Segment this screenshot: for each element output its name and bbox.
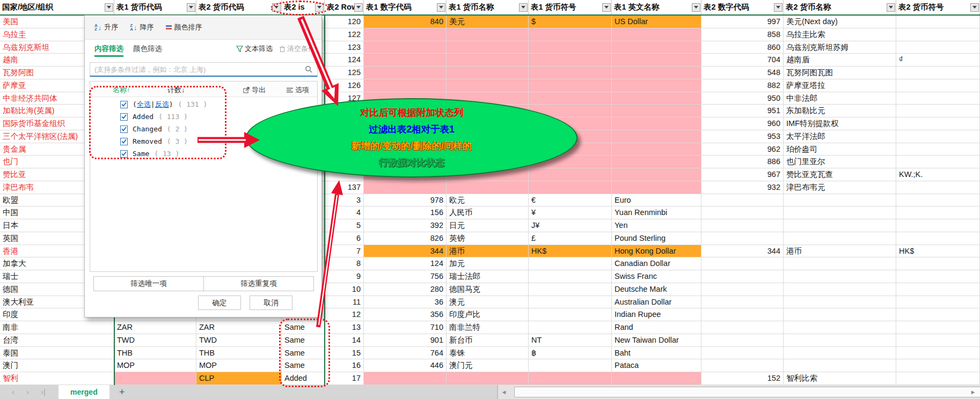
select-all-link[interactable]: 全选 <box>137 100 151 108</box>
cell-k[interactable]: 港币 <box>784 245 896 258</box>
filter-dropdown-button-i[interactable] <box>692 3 700 12</box>
ok-button[interactable]: 确定 <box>198 295 241 310</box>
cell-f[interactable]: 156 <box>364 206 447 219</box>
cell-k[interactable] <box>784 321 896 334</box>
cell-i[interactable]: Pataca <box>612 359 701 372</box>
cell-l[interactable] <box>896 194 980 207</box>
cell-l[interactable] <box>896 283 980 296</box>
cell-k[interactable]: 越南盾 <box>784 54 896 66</box>
cell-i[interactable] <box>612 79 701 92</box>
cell-h[interactable] <box>529 359 612 372</box>
cell-j[interactable] <box>701 308 784 321</box>
filter-search-input[interactable] <box>90 65 305 73</box>
cell-i[interactable] <box>612 66 701 79</box>
cell-h[interactable]: € <box>529 194 612 207</box>
cell-j[interactable] <box>701 321 784 334</box>
cell-h[interactable]: J¥ <box>529 219 612 232</box>
cell-g[interactable] <box>447 66 529 79</box>
cell-b[interactable] <box>114 372 196 385</box>
cell-j[interactable] <box>701 296 784 309</box>
cell-l[interactable] <box>896 105 980 117</box>
cell-k[interactable]: IMF特别提款权 <box>784 117 896 130</box>
cell-e[interactable]: 13 <box>325 321 364 334</box>
cell-f[interactable] <box>364 28 447 41</box>
cell-f[interactable]: 978 <box>364 194 447 207</box>
cell-e[interactable]: 15 <box>325 347 364 360</box>
cell-k[interactable] <box>784 206 896 219</box>
cell-e[interactable]: 8 <box>325 257 364 270</box>
cell-l[interactable] <box>896 372 980 385</box>
filter-dropdown-button-l[interactable] <box>970 3 979 12</box>
cell-k[interactable]: 瓦努阿图瓦图 <box>784 66 896 79</box>
cell-l[interactable] <box>896 66 980 79</box>
cell-f[interactable]: 826 <box>364 232 447 245</box>
cell-l[interactable] <box>896 117 980 130</box>
cell-e[interactable]: 5 <box>325 219 364 232</box>
cell-l[interactable] <box>896 206 980 219</box>
cell-l[interactable] <box>896 270 980 283</box>
cell-n[interactable]: 泰国 <box>0 347 114 360</box>
cell-f[interactable] <box>364 41 447 54</box>
cell-f[interactable]: 280 <box>364 283 447 296</box>
cell-h[interactable]: ฿ <box>529 347 612 360</box>
cell-k[interactable]: 中非法郎 <box>784 92 896 105</box>
cell-f[interactable]: 124 <box>364 257 447 270</box>
cell-g[interactable] <box>447 372 529 385</box>
cell-c[interactable]: CLP <box>196 372 282 385</box>
cell-i[interactable]: Yen <box>612 219 701 232</box>
cell-l[interactable]: KW.;K. <box>896 168 980 181</box>
cell-g[interactable] <box>447 54 529 66</box>
cell-j[interactable] <box>701 359 784 372</box>
cell-i[interactable]: Canadian Dollar <box>612 257 701 270</box>
cell-k[interactable]: 津巴布韦元 <box>784 181 896 194</box>
cell-n[interactable]: 台湾 <box>0 334 114 347</box>
cell-l[interactable] <box>896 359 980 372</box>
cell-i[interactable]: US Dollar <box>612 16 701 28</box>
cell-e[interactable]: 9 <box>325 270 364 283</box>
cell-e[interactable]: 7 <box>325 245 364 258</box>
cell-h[interactable] <box>529 168 612 181</box>
cell-l[interactable] <box>896 16 980 28</box>
cell-l[interactable] <box>896 79 980 92</box>
cell-l[interactable] <box>896 181 980 194</box>
cell-f[interactable]: 901 <box>364 334 447 347</box>
cell-i[interactable]: Hong Kong Dollar <box>612 245 701 258</box>
cell-l[interactable] <box>896 232 980 245</box>
cell-l[interactable]: HK$ <box>896 245 980 258</box>
cell-h[interactable] <box>529 270 612 283</box>
tab-content-filter[interactable]: 内容筛选 <box>94 40 123 58</box>
cell-h[interactable]: $ <box>529 16 612 28</box>
cell-i[interactable]: Deutsche Mark <box>612 283 701 296</box>
cell-l[interactable]: ₫ <box>896 54 980 66</box>
cell-j[interactable]: 860 <box>701 41 784 54</box>
cell-f[interactable] <box>364 181 447 194</box>
cell-k[interactable]: 智利比索 <box>784 372 896 385</box>
cell-l[interactable] <box>896 143 980 156</box>
cell-e[interactable]: 120 <box>325 16 364 28</box>
cell-f[interactable]: 840 <box>364 16 447 28</box>
cell-n[interactable]: 澳门 <box>0 359 114 372</box>
cell-e[interactable]: 123 <box>325 41 364 54</box>
cell-g[interactable] <box>447 41 529 54</box>
filter-dropdown-button-j[interactable] <box>774 3 782 12</box>
cell-f[interactable]: 344 <box>364 245 447 258</box>
cell-j[interactable]: 152 <box>701 372 784 385</box>
cell-j[interactable]: 548 <box>701 66 784 79</box>
cell-k[interactable]: 赞比亚克瓦查 <box>784 168 896 181</box>
cell-b[interactable]: THB <box>114 347 196 360</box>
tab-color-filter[interactable]: 颜色筛选 <box>133 40 162 58</box>
cell-j[interactable]: 951 <box>701 105 784 117</box>
scroll-right-icon[interactable]: ► <box>967 389 979 395</box>
cell-h[interactable] <box>529 372 612 385</box>
cell-j[interactable] <box>701 257 784 270</box>
cell-k[interactable]: 乌兹别克斯坦苏姆 <box>784 41 896 54</box>
cell-k[interactable]: 太平洋法郎 <box>784 130 896 143</box>
add-sheet-button[interactable]: + <box>119 387 125 398</box>
filter-dropdown-button-c[interactable] <box>272 3 281 12</box>
cell-g[interactable]: 新台币 <box>447 334 529 347</box>
cell-j[interactable]: 932 <box>701 181 784 194</box>
cell-k[interactable] <box>784 270 896 283</box>
filter-unique-button[interactable]: 筛选唯一项 <box>94 277 204 291</box>
checkbox-checked-icon[interactable] <box>120 113 128 121</box>
cell-j[interactable]: 704 <box>701 54 784 66</box>
